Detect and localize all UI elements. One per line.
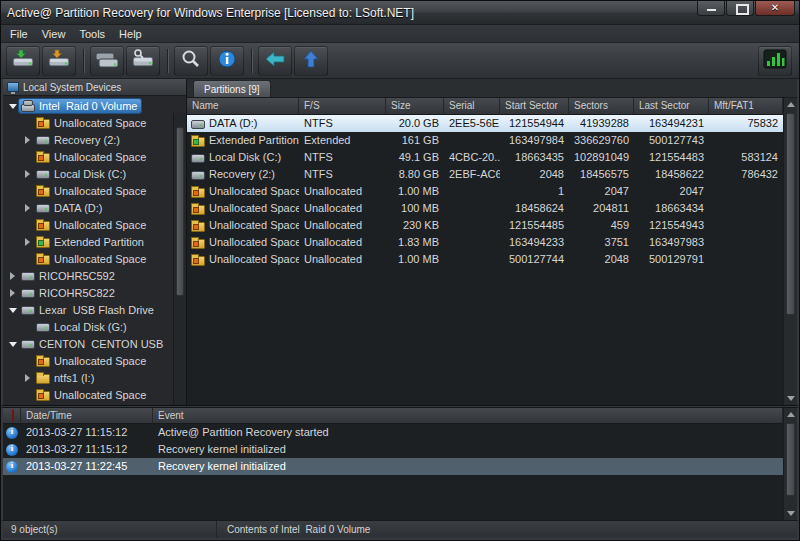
minimize-button[interactable] bbox=[697, 1, 725, 16]
menu-file[interactable]: File bbox=[3, 27, 35, 41]
scroll-up-icon[interactable] bbox=[784, 98, 797, 111]
partition-row-unallocated[interactable]: Unallocated Space Unallocated 1.00 MB 1 … bbox=[187, 183, 783, 200]
tree-item-unallocated-space[interactable]: Unallocated Space bbox=[3, 182, 186, 199]
tree-item-ricohr5c592[interactable]: RICOHR5C592 bbox=[3, 267, 186, 284]
cell-sectors: 18456575 bbox=[569, 166, 634, 183]
column-header-size[interactable]: Size bbox=[386, 98, 444, 115]
collapsed-arrow-icon[interactable] bbox=[21, 170, 34, 178]
log-row[interactable]: 2013-03-27 11:22:45 Recovery kernel init… bbox=[3, 458, 783, 475]
column-header-sectors[interactable]: Sectors bbox=[569, 98, 634, 115]
column-header-fs[interactable]: F/S bbox=[299, 98, 386, 115]
menu-view[interactable]: View bbox=[35, 27, 73, 41]
column-header-serial[interactable]: Serial bbox=[444, 98, 500, 115]
partition-row-recovery[interactable]: Recovery (2:) NTFS 8.80 GB 2EBF-AC6F 204… bbox=[187, 166, 783, 183]
collapsed-arrow-icon[interactable] bbox=[6, 289, 19, 297]
tree-item-intel-raid-0-volume[interactable]: Intel Raid 0 Volume bbox=[3, 97, 186, 114]
partition-row-data-d[interactable]: DATA (D:) NTFS 20.0 GB 2EE5-56E1 1215549… bbox=[187, 115, 783, 132]
log-scrollbar-thumb[interactable] bbox=[786, 423, 795, 496]
log-scrollbar[interactable] bbox=[783, 408, 797, 520]
cell-sectors: 102891049 bbox=[569, 149, 634, 166]
log-row[interactable]: 2013-03-27 11:15:12 Recovery kernel init… bbox=[3, 441, 783, 458]
search-button[interactable] bbox=[174, 46, 208, 76]
partition-row-local-disk-c[interactable]: Local Disk (C:) NTFS 49.1 GB 4CBC-20... … bbox=[187, 149, 783, 166]
maximize-button[interactable] bbox=[726, 1, 754, 16]
unallocated-folder-icon bbox=[191, 188, 205, 198]
column-header-last-sector[interactable]: Last Sector bbox=[634, 98, 709, 115]
tree-item-unallocated-space[interactable]: Unallocated Space bbox=[3, 386, 186, 403]
partition-row-unallocated[interactable]: Unallocated Space Unallocated 1.83 MB 16… bbox=[187, 234, 783, 251]
collapsed-arrow-icon[interactable] bbox=[21, 238, 34, 246]
cell-serial: 2EBF-AC6F bbox=[444, 166, 500, 183]
partition-row-unallocated[interactable]: Unallocated Space Unallocated 100 MB 184… bbox=[187, 200, 783, 217]
collapsed-arrow-icon[interactable] bbox=[21, 136, 34, 144]
cell-fs: Unallocated bbox=[299, 234, 386, 251]
cell-serial: 2EE5-56E1 bbox=[444, 115, 500, 132]
info-button[interactable] bbox=[210, 46, 244, 76]
tree-item-unallocated-space[interactable]: Unallocated Space bbox=[3, 216, 186, 233]
scroll-down-icon[interactable] bbox=[784, 507, 797, 520]
table-scrollbar[interactable] bbox=[783, 98, 797, 405]
cell-start-sector: 163497984 bbox=[500, 132, 569, 149]
up-button[interactable] bbox=[294, 46, 328, 76]
raid-volume-icon bbox=[21, 104, 35, 112]
toolbar-separator bbox=[167, 49, 169, 73]
tree-scrollbar-thumb[interactable] bbox=[176, 127, 184, 296]
tree-item-unallocated-space[interactable]: Unallocated Space bbox=[3, 352, 186, 369]
recover-drive-button[interactable] bbox=[90, 46, 124, 76]
log-severity-column[interactable] bbox=[3, 408, 21, 424]
tree-item-lexar-usb[interactable]: Lexar USB Flash Drive bbox=[3, 301, 186, 318]
log-row[interactable]: 2013-03-27 11:15:12 Active@ Partition Re… bbox=[3, 424, 783, 441]
partition-row-extended[interactable]: Extended Partition Extended 161 GB 16349… bbox=[187, 132, 783, 149]
tree-item-local-disk-c[interactable]: Local Disk (C:) bbox=[3, 165, 186, 182]
scroll-up-icon[interactable] bbox=[784, 408, 797, 421]
log-column-event[interactable]: Event bbox=[153, 408, 783, 424]
tree-item-ricohr5c822[interactable]: RICOHR5C822 bbox=[3, 284, 186, 301]
partition-row-unallocated[interactable]: Unallocated Space Unallocated 1.00 MB 50… bbox=[187, 251, 783, 268]
scroll-down-icon[interactable] bbox=[784, 392, 797, 405]
menu-help[interactable]: Help bbox=[112, 27, 149, 41]
back-button[interactable] bbox=[258, 46, 292, 76]
tree-item-recovery-2[interactable]: Recovery (2:) bbox=[3, 131, 186, 148]
column-header-mft-fat1[interactable]: Mft/FAT1 bbox=[709, 98, 783, 115]
unallocated-folder-icon bbox=[36, 187, 50, 197]
cell-sectors: 2048 bbox=[569, 251, 634, 268]
tree-item-unallocated-space[interactable]: Unallocated Space bbox=[3, 114, 186, 131]
devices-panel-title: Local System Devices bbox=[23, 82, 121, 93]
unallocated-folder-icon bbox=[36, 391, 50, 401]
log-cell-event: Recovery kernel initialized bbox=[153, 441, 783, 458]
tab-partitions[interactable]: Partitions [9] bbox=[193, 80, 271, 97]
tree-item-centon-usb[interactable]: CENTON CENTON USB bbox=[3, 335, 186, 352]
collapsed-arrow-icon[interactable] bbox=[21, 374, 34, 382]
unallocated-folder-icon bbox=[191, 205, 205, 215]
tree-item-unallocated-space[interactable]: Unallocated Space bbox=[3, 250, 186, 267]
tree-item-unallocated-space[interactable]: Unallocated Space bbox=[3, 148, 186, 165]
unallocated-folder-icon bbox=[36, 357, 50, 367]
partition-row-unallocated[interactable]: Unallocated Space Unallocated 230 KB 121… bbox=[187, 217, 783, 234]
tree-item-ntfs1-i[interactable]: ntfs1 (I:) bbox=[3, 369, 186, 386]
collapsed-arrow-icon[interactable] bbox=[6, 272, 19, 280]
sector-view-button[interactable] bbox=[758, 46, 792, 76]
menu-tools[interactable]: Tools bbox=[72, 27, 112, 41]
drive-image-button[interactable] bbox=[126, 46, 160, 76]
collapsed-arrow-icon[interactable] bbox=[21, 204, 34, 212]
main-area: Local System Devices Intel Raid 0 Volume… bbox=[1, 79, 799, 405]
cell-mft bbox=[709, 251, 783, 268]
expanded-arrow-icon[interactable] bbox=[6, 340, 19, 347]
cell-mft bbox=[709, 234, 783, 251]
log-cell-event: Active@ Partition Recovery started bbox=[153, 424, 783, 441]
usb-drive-icon bbox=[21, 306, 35, 315]
table-scrollbar-thumb[interactable] bbox=[786, 113, 795, 315]
tree-scrollbar[interactable] bbox=[173, 113, 186, 405]
expanded-arrow-icon[interactable] bbox=[6, 102, 19, 109]
log-column-datetime[interactable]: Date/Time bbox=[21, 408, 153, 424]
expanded-arrow-icon[interactable] bbox=[6, 306, 19, 313]
scan-drive-button[interactable] bbox=[42, 46, 76, 76]
device-icon bbox=[21, 272, 35, 281]
tree-item-local-disk-g[interactable]: Local Disk (G:) bbox=[3, 318, 186, 335]
column-header-start-sector[interactable]: Start Sector bbox=[500, 98, 569, 115]
close-button[interactable] bbox=[755, 1, 795, 16]
open-drive-button[interactable] bbox=[6, 46, 40, 76]
tree-item-extended-partition[interactable]: Extended Partition bbox=[3, 233, 186, 250]
column-header-name[interactable]: Name bbox=[187, 98, 299, 115]
tree-item-data-d[interactable]: DATA (D:) bbox=[3, 199, 186, 216]
